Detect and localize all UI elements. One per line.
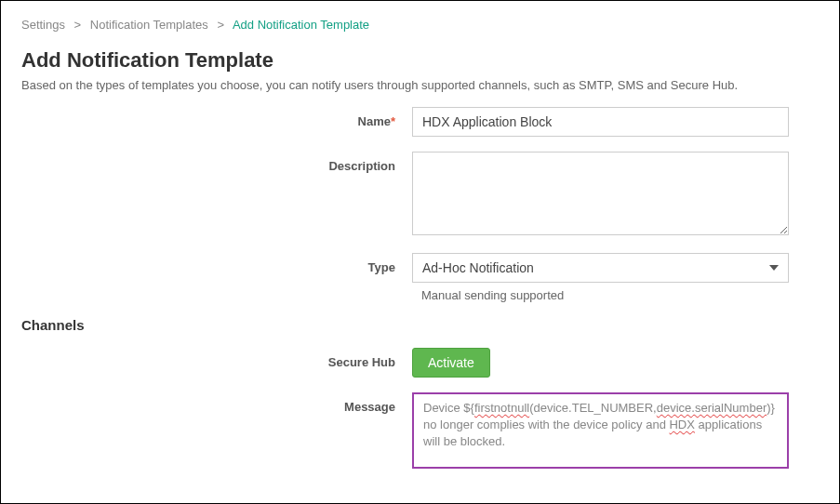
- type-helper-text: Manual sending supported: [412, 288, 819, 302]
- activate-button[interactable]: Activate: [412, 348, 490, 378]
- breadcrumb: Settings > Notification Templates > Add …: [21, 18, 819, 32]
- type-label: Type: [21, 253, 412, 274]
- chevron-down-icon: [769, 265, 779, 271]
- page-title: Add Notification Template: [21, 48, 819, 73]
- breadcrumb-notification-templates[interactable]: Notification Templates: [90, 18, 208, 32]
- secure-hub-label: Secure Hub: [21, 348, 412, 369]
- message-label: Message: [21, 392, 412, 414]
- name-input[interactable]: [412, 107, 789, 137]
- name-label: Name*: [21, 107, 412, 128]
- required-asterisk: *: [391, 114, 395, 128]
- message-content: Device ${firstnotnull(device.TEL_NUMBER,…: [423, 400, 778, 461]
- name-label-text: Name: [358, 114, 391, 128]
- description-label: Description: [21, 152, 412, 173]
- description-textarea[interactable]: [412, 152, 789, 235]
- breadcrumb-settings[interactable]: Settings: [21, 18, 65, 32]
- channels-heading: Channels: [21, 317, 819, 333]
- type-select-value: Ad-Hoc Notification: [422, 260, 534, 275]
- page-subtitle: Based on the types of templates you choo…: [21, 78, 819, 92]
- breadcrumb-current: Add Notification Template: [233, 18, 369, 32]
- message-textarea[interactable]: Device ${firstnotnull(device.TEL_NUMBER,…: [412, 392, 789, 469]
- breadcrumb-separator: >: [74, 18, 82, 32]
- breadcrumb-separator: >: [217, 18, 224, 32]
- type-select[interactable]: Ad-Hoc Notification: [412, 253, 789, 283]
